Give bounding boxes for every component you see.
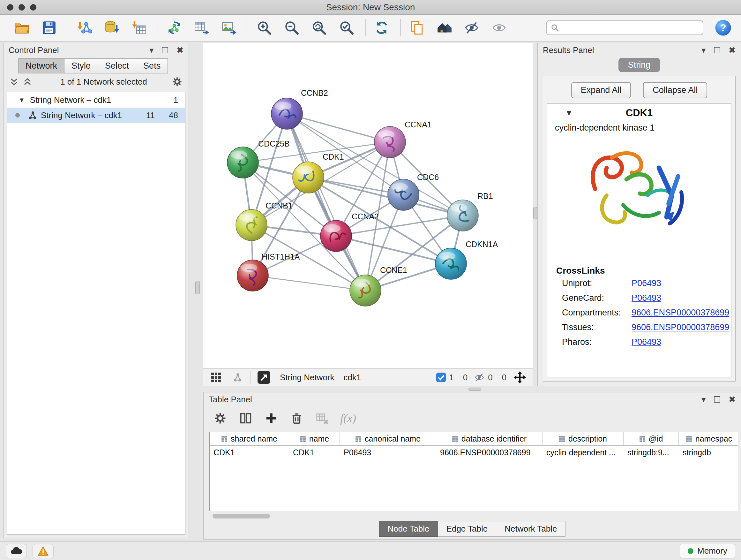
table-cell: stringdb:9... [623, 446, 679, 459]
tab-string[interactable]: String [618, 58, 660, 72]
tab-select[interactable]: Select [98, 58, 136, 73]
network-collection-row[interactable]: ▼ String Network – cdk1 1 [7, 92, 185, 108]
column-header-canonical-name[interactable]: canonical name [340, 432, 436, 445]
collapse-panel-icon[interactable]: ▾ [149, 45, 153, 55]
collapse-panel-icon[interactable]: ▾ [701, 395, 705, 405]
birdseye-view-icon[interactable] [257, 370, 271, 384]
search-input[interactable] [562, 23, 699, 33]
import-table-from-file-button[interactable] [130, 18, 149, 37]
hide-selected-button[interactable] [462, 18, 481, 37]
column-icon [559, 436, 565, 442]
table-row[interactable]: CDK1CDK1P064939606.ENSP00000378699cyclin… [210, 446, 738, 459]
collection-disclosure-icon[interactable]: ▼ [18, 97, 25, 104]
crosslink-label: Tissues: [562, 322, 631, 332]
network-edge-CCNB2-CCNA1[interactable] [287, 114, 390, 142]
float-panel-icon[interactable] [162, 47, 168, 53]
network-edge-CCNA2-CDKN1A[interactable] [336, 236, 451, 264]
network-node-HIST1H1A[interactable]: HIST1H1A [237, 252, 300, 291]
network-node-CDKN1A[interactable]: CDKN1A [435, 240, 498, 279]
copy-document-icon [409, 20, 425, 36]
duplicate-network-button[interactable] [407, 18, 426, 37]
show-columns-icon[interactable] [238, 411, 253, 426]
delete-table-icon[interactable] [315, 411, 330, 426]
scrollbar-thumb[interactable] [212, 514, 270, 518]
table-horizontal-scrollbar[interactable] [209, 514, 738, 519]
import-network-from-file-button[interactable] [75, 18, 94, 37]
expand-all-button[interactable]: Expand All [571, 82, 631, 98]
crosslink-value[interactable]: 9606.ENSP00000378699 [631, 322, 729, 332]
cloud-status-button[interactable] [6, 544, 27, 558]
crosslink-value[interactable]: P06493 [631, 337, 661, 347]
import-network-from-database-button[interactable] [102, 18, 121, 37]
crosslink-value[interactable]: 9606.ENSP00000378699 [631, 308, 729, 318]
export-image-button[interactable] [219, 18, 239, 37]
network-node-CDC25B[interactable]: CDC25B [227, 139, 290, 178]
collapse-all-icon[interactable] [9, 77, 19, 86]
refresh-button[interactable] [372, 18, 391, 37]
homes-button[interactable] [434, 18, 454, 37]
memory-button[interactable]: Memory [680, 544, 735, 558]
network-view-icon[interactable] [229, 370, 244, 384]
close-panel-icon[interactable]: ✖ [729, 395, 736, 405]
tab-node-table[interactable]: Node Table [379, 521, 438, 537]
column-header-name[interactable]: name [289, 432, 340, 445]
network-node-CCNE1[interactable]: CCNE1 [350, 266, 407, 306]
network-edge-CCNB2-CCNE1[interactable] [287, 114, 365, 291]
zoom-selected-button[interactable] [337, 18, 356, 37]
column-header-shared-name[interactable]: shared name [210, 432, 289, 445]
warnings-button[interactable] [32, 544, 54, 558]
zoom-fit-button[interactable] [310, 18, 329, 37]
warning-icon [38, 546, 49, 556]
network-edge-CDK1-RB1[interactable] [308, 178, 463, 215]
float-panel-icon[interactable] [714, 47, 720, 53]
close-panel-icon[interactable]: ✖ [729, 45, 736, 55]
column-icon [300, 436, 306, 442]
vertical-splitter-handle[interactable] [195, 281, 200, 294]
float-panel-icon[interactable] [714, 396, 720, 402]
vertical-splitter-handle[interactable] [533, 207, 537, 219]
column-header-description[interactable]: description [542, 432, 623, 445]
tab-sets[interactable]: Sets [136, 58, 168, 73]
expand-all-icon[interactable] [23, 77, 32, 86]
network-node-RB1[interactable]: RB1 [447, 192, 493, 231]
gene-disclosure-icon[interactable]: ▼ [565, 109, 573, 118]
network-view-title: String Network – cdk1 [280, 373, 361, 382]
function-builder-button[interactable]: f(x) [340, 412, 356, 425]
collapse-panel-icon[interactable]: ▾ [701, 45, 705, 55]
export-table-button[interactable] [192, 18, 211, 37]
network-options-gear-icon[interactable] [172, 76, 183, 87]
delete-column-icon[interactable] [289, 411, 305, 426]
gene-card-header[interactable]: ▼ CDK1 [547, 104, 731, 122]
network-canvas[interactable]: CCNB2CCNA1CDC25BCDK1CDC6RB1CCNB1CCNA2CDK… [203, 43, 533, 368]
show-all-button[interactable] [489, 18, 509, 37]
new-network-button[interactable] [165, 18, 184, 37]
horizontal-splitter-handle[interactable] [468, 388, 481, 391]
grid-view-icon[interactable] [209, 370, 223, 384]
close-panel-icon[interactable]: ✖ [177, 45, 184, 55]
table-settings-gear-icon[interactable] [212, 411, 228, 426]
network-row-selected[interactable]: String Network – cdk1 11 48 [7, 108, 185, 123]
zoom-in-button[interactable] [255, 18, 274, 37]
tab-edge-table[interactable]: Edge Table [438, 521, 496, 537]
crosslink-value[interactable]: P06493 [631, 293, 661, 303]
network-view[interactable]: CCNB2CCNA1CDC25BCDK1CDC6RB1CCNB1CCNA2CDK… [203, 43, 533, 368]
network-node-CCNA1[interactable]: CCNA1 [374, 120, 432, 158]
selected-count-group: 1 – 0 [436, 373, 468, 382]
help-button[interactable]: ? [714, 19, 732, 37]
tab-style[interactable]: Style [64, 58, 98, 73]
network-edge-HIST1H1A-CCNE1[interactable] [253, 275, 365, 291]
tab-network[interactable]: Network [18, 58, 64, 73]
save-session-button[interactable] [40, 18, 59, 37]
create-column-icon[interactable] [264, 411, 279, 426]
zoom-out-button[interactable] [282, 18, 301, 37]
column-header-namespac[interactable]: namespac [679, 432, 738, 445]
selected-checkbox-icon [436, 373, 446, 382]
crosslink-value[interactable]: P06493 [631, 278, 661, 288]
open-session-button[interactable] [12, 18, 31, 37]
pan-mode-icon[interactable] [513, 370, 527, 384]
network-node-CDK1[interactable]: CDK1 [293, 152, 344, 193]
column-header-database-identifier[interactable]: database identifier [436, 432, 542, 445]
column-header--id[interactable]: @id [623, 432, 679, 445]
collapse-all-button[interactable]: Collapse All [643, 82, 707, 98]
tab-network-table[interactable]: Network Table [496, 521, 565, 537]
